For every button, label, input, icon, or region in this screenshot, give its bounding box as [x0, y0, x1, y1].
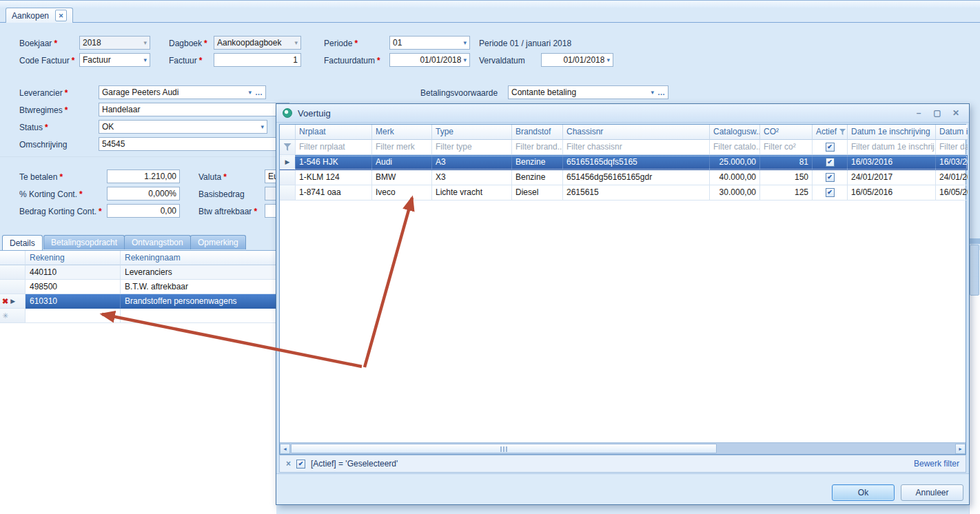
vervaldatum-picker[interactable]: 01/01/2018▾ [541, 53, 613, 67]
scroll-left-icon[interactable]: ◄ [280, 444, 290, 454]
boekjaar-combo[interactable]: 2018▾ [79, 36, 150, 50]
tab-ontvangstbon[interactable]: Ontvangstbon [124, 235, 191, 249]
cell-merk[interactable]: Audi [372, 155, 432, 170]
filter-chassisnr-input[interactable]: Filter chassisnr [563, 140, 710, 155]
chevron-down-icon[interactable]: ▾ [606, 56, 610, 63]
cell-datum1[interactable]: 16/05/2016 [848, 185, 936, 201]
cell-rekeningnaam[interactable]: B.T.W. aftrekbaar [121, 280, 276, 294]
cell-cataloguswaarde[interactable]: 40.000,00 [710, 170, 760, 185]
bedrag-korting-input[interactable]: 0,00 [107, 204, 180, 218]
form-vertical-scrollbar-thumb[interactable] [970, 245, 979, 296]
minimize-icon[interactable]: – [912, 108, 926, 118]
cell-co2[interactable]: 81 [760, 155, 813, 170]
cell-chassisnr[interactable]: 651456dg56165165gdr [563, 170, 710, 185]
ellipsis-button[interactable]: … [657, 88, 665, 96]
filter-funnel-icon[interactable] [839, 129, 846, 135]
column-header-nrplaat[interactable]: Nrplaat [296, 125, 372, 140]
factuur-input[interactable]: 1 [214, 53, 301, 67]
column-header-co2[interactable]: CO² [760, 125, 813, 140]
filter-funnel-icon[interactable] [280, 140, 296, 155]
omschrijving-input[interactable]: 54545 [99, 137, 289, 151]
cell-datum2[interactable]: 16/05/2016 [936, 185, 968, 201]
status-combo[interactable]: OK▾ [99, 120, 267, 134]
cell-type[interactable]: Lichte vracht [432, 185, 512, 201]
horizontal-scrollbar-thumb[interactable] [291, 444, 717, 453]
cell-brandstof[interactable]: Benzine [512, 170, 563, 185]
factuurdatum-picker[interactable]: 01/01/2018▾ [389, 53, 470, 67]
cell-actief-checkbox[interactable]: ✔ [813, 170, 848, 185]
chevron-down-icon[interactable]: ▾ [248, 89, 252, 96]
cell-co2[interactable]: 150 [760, 170, 813, 185]
filter-co2-input[interactable]: Filter co² [760, 140, 813, 155]
korting-pct-input[interactable]: 0,000% [107, 187, 180, 201]
chevron-down-icon[interactable]: ▾ [463, 39, 467, 46]
annuleer-button[interactable]: Annuleer [901, 484, 963, 501]
table-row-new[interactable]: ✳ [0, 309, 276, 323]
cell-brandstof[interactable]: Diesel [512, 185, 563, 201]
filter-datum1-input[interactable]: Filter datum 1e inschrij... [848, 140, 936, 155]
tab-opmerking[interactable]: Opmerking [190, 235, 246, 249]
cell-brandstof[interactable]: Benzine [512, 155, 563, 170]
cell-co2[interactable]: 125 [760, 185, 813, 201]
cell-merk[interactable]: Iveco [372, 185, 432, 201]
ellipsis-button[interactable]: … [255, 88, 263, 96]
table-row[interactable]: 498500 B.T.W. aftrekbaar [0, 280, 276, 294]
filter-enabled-checkbox[interactable]: ✔ [296, 460, 305, 469]
leverancier-combo[interactable]: Garage Peeters Audi▾… [99, 85, 266, 99]
column-header-chassisnr[interactable]: Chassisnr [563, 125, 710, 140]
filter-nrplaat-input[interactable]: Filter nrplaat [296, 140, 372, 155]
chevron-down-icon[interactable]: ▾ [294, 39, 298, 46]
chevron-down-icon[interactable]: ▾ [463, 56, 467, 63]
cell-chassisnr[interactable]: 2615615 [563, 185, 710, 201]
dialog-title-bar[interactable]: Voertuig – ▢ ✕ [276, 104, 969, 123]
table-row[interactable]: 1-KLM 124 BMW X3 Benzine 651456dg5616516… [280, 170, 968, 185]
column-header-merk[interactable]: Merk [372, 125, 432, 140]
horizontal-scrollbar[interactable]: ◄ ► [280, 442, 966, 454]
cell-rekening[interactable]: 440110 [25, 265, 121, 280]
cell-rekeningnaam[interactable]: Leveranciers [121, 265, 276, 280]
maximize-icon[interactable]: ▢ [930, 108, 944, 118]
bewerk-filter-link[interactable]: Bewerk filter [914, 459, 959, 469]
tab-details[interactable]: Details [2, 235, 43, 250]
column-header-brandstof[interactable]: Brandstof [512, 125, 563, 140]
tab-close-icon[interactable]: ✕ [55, 10, 67, 21]
close-icon[interactable]: ✕ [949, 108, 963, 118]
table-row-selected[interactable]: ✖ ▶ 610310 Brandstoffen personenwagens [0, 294, 276, 309]
chevron-down-icon[interactable]: ▾ [651, 89, 654, 96]
cell-datum2[interactable]: 24/01/2017 [936, 170, 968, 185]
table-row-selected[interactable]: ▶ 1-546 HJK Audi A3 Benzine 65165165dqfs… [280, 155, 968, 170]
cell-type[interactable]: X3 [432, 170, 512, 185]
column-header-datum-1e-inschrijving[interactable]: Datum 1e inschrijving [848, 125, 936, 140]
column-header-type[interactable]: Type [432, 125, 512, 140]
cell-nrplaat[interactable]: 1-546 HJK [296, 155, 372, 170]
column-header-datum-inschrijving-2[interactable]: Datum in [936, 125, 968, 140]
tab-aankopen[interactable]: Aankopen ✕ [6, 8, 73, 23]
te-betalen-input[interactable]: 1.210,00 [107, 169, 180, 183]
column-header-cataloguswaarde[interactable]: Catalogusw... [710, 125, 760, 140]
cell-rekeningnaam[interactable]: Brandstoffen personenwagens [121, 294, 276, 309]
cell-rekening[interactable]: 610310 [25, 294, 121, 309]
filter-type-input[interactable]: Filter type [432, 140, 512, 155]
scroll-right-icon[interactable]: ► [955, 444, 966, 454]
column-header-rekening[interactable]: Rekening [25, 251, 121, 265]
cell-actief-checkbox[interactable]: ✔ [813, 155, 848, 170]
delete-row-icon[interactable]: ✖ [2, 298, 8, 305]
cell-nrplaat[interactable]: 1-8741 oaa [296, 185, 372, 201]
periode-combo[interactable]: 01▾ [389, 36, 470, 50]
cell-rekening[interactable] [25, 309, 121, 323]
ok-button[interactable]: Ok [832, 484, 895, 501]
chevron-down-icon[interactable]: ▾ [143, 56, 147, 63]
cell-datum1[interactable]: 24/01/2017 [848, 170, 936, 185]
dagboek-combo[interactable]: Aankoopdagboek▾ [214, 36, 301, 50]
cell-cataloguswaarde[interactable]: 30.000,00 [710, 185, 760, 201]
cell-cataloguswaarde[interactable]: 25.000,00 [710, 155, 760, 170]
cell-nrplaat[interactable]: 1-KLM 124 [296, 170, 372, 185]
filter-brandstof-input[interactable]: Filter brand... [512, 140, 563, 155]
table-row[interactable]: 440110 Leveranciers [0, 265, 276, 280]
cell-rekeningnaam[interactable] [121, 309, 276, 323]
tab-betalingsopdracht[interactable]: Betalingsopdracht [43, 235, 125, 249]
table-row[interactable]: 1-8741 oaa Iveco Lichte vracht Diesel 26… [280, 185, 968, 201]
cell-type[interactable]: A3 [432, 155, 512, 170]
filter-actief-checkbox[interactable]: ✔ [813, 140, 848, 155]
cell-datum1[interactable]: 16/03/2016 [848, 155, 936, 170]
